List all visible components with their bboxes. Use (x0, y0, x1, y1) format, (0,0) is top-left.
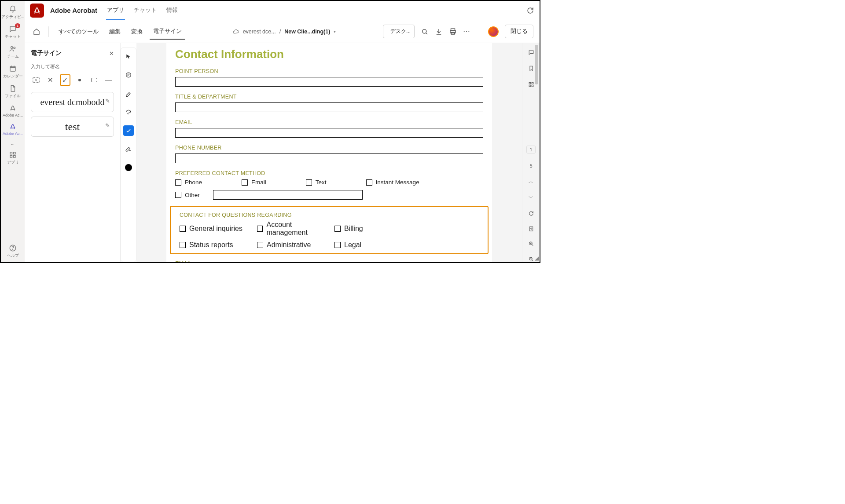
svg-rect-17 (529, 82, 531, 84)
tool-fillsign-icon[interactable] (123, 125, 134, 136)
checkbox-icon (306, 179, 312, 186)
rail-acrobat-2[interactable]: Adobe Ac... (1, 121, 25, 139)
checkbox-general[interactable]: General inquiries (180, 221, 254, 237)
breadcrumb-owner[interactable]: everest dce... (243, 29, 276, 35)
search-icon[interactable] (421, 28, 429, 36)
topbar: Adobe Acrobat アプリ チャット 情報 (25, 1, 540, 20)
zoom-out-icon[interactable] (528, 256, 535, 262)
rail-label: ファイル (5, 94, 21, 98)
thumbnails-icon[interactable] (527, 81, 535, 88)
rail-acrobat-1[interactable]: Adobe Ac... (1, 102, 25, 121)
tool-highlight-icon[interactable] (123, 88, 134, 99)
canvas-area: Contact Information POINT PERSON TITLE &… (136, 43, 540, 262)
rail-teams[interactable]: チーム (1, 43, 25, 63)
shape-textbox[interactable]: A (31, 74, 41, 86)
tool-color-icon[interactable] (123, 162, 134, 173)
rail-activity[interactable]: アクティビ... (1, 4, 25, 23)
rotate-icon[interactable] (528, 211, 535, 216)
checkbox-text[interactable]: Text (306, 179, 327, 186)
edit-icon[interactable]: ✎ (105, 122, 110, 129)
app-window: アクティビ... 1 チャット チーム カレンダー ファイル Adobe Ac.… (0, 0, 540, 263)
checkbox-icon (175, 192, 181, 198)
close-button[interactable]: 閉じる (505, 25, 533, 38)
checkbox-icon (334, 242, 341, 248)
field-phone[interactable] (175, 153, 483, 163)
page-total: 5 (529, 163, 532, 168)
shape-x[interactable]: ✕ (45, 74, 55, 86)
field-title-dept[interactable] (175, 102, 483, 112)
checkbox-im[interactable]: Instant Message (366, 179, 419, 186)
checkbox-icon (175, 179, 181, 186)
checkbox-icon (180, 226, 186, 232)
more-icon[interactable]: ⋯ (463, 27, 470, 36)
close-icon[interactable]: ✕ (109, 50, 114, 57)
page-fit-icon[interactable] (528, 226, 535, 232)
field-label: POINT PERSON (175, 68, 492, 74)
chevron-down-icon[interactable]: ▾ (334, 29, 336, 34)
svg-rect-18 (532, 82, 533, 84)
tab-chat[interactable]: チャット (133, 1, 158, 20)
rail-files[interactable]: ファイル (1, 83, 25, 102)
tool-all[interactable]: すべてのツール (55, 24, 102, 39)
chevron-up-icon[interactable]: ︿ (529, 178, 533, 185)
tool-select-icon[interactable] (123, 51, 134, 62)
field-point-person[interactable] (175, 77, 483, 87)
open-desktop-button[interactable]: デスク... (383, 25, 415, 38)
svg-rect-6 (14, 156, 16, 158)
separator (48, 26, 49, 37)
tool-convert[interactable]: 変換 (128, 24, 146, 39)
shape-line[interactable] (104, 74, 114, 86)
rail-help[interactable]: ヘルプ (1, 242, 25, 262)
checkbox-email[interactable]: Email (242, 179, 266, 186)
svg-rect-19 (529, 85, 531, 87)
field-other[interactable] (213, 190, 363, 200)
rail-calendar[interactable]: カレンダー (1, 63, 25, 83)
checkbox-other[interactable]: Other (175, 192, 200, 198)
bookmark-icon[interactable] (528, 65, 535, 71)
checkbox-billing[interactable]: Billing (334, 221, 387, 237)
field-email[interactable] (175, 128, 483, 138)
checkbox-phone[interactable]: Phone (175, 179, 202, 186)
tab-info[interactable]: 情報 (165, 1, 179, 20)
canvas-scroll[interactable]: Contact Information POINT PERSON TITLE &… (136, 43, 522, 262)
rail-label: チャット (5, 34, 21, 39)
calendar-icon (9, 65, 17, 73)
rail-label: アプリ (7, 160, 19, 164)
shape-check[interactable]: ✓ (60, 74, 70, 86)
shape-roundrect[interactable] (89, 74, 99, 86)
print-icon[interactable] (449, 28, 457, 36)
rail-label: カレンダー (3, 74, 23, 78)
avatar[interactable] (488, 26, 499, 37)
tool-esign[interactable]: 電子サイン (150, 24, 185, 40)
zoom-in-icon[interactable] (528, 241, 535, 247)
breadcrumb-current[interactable]: New Clie...ding(1) (284, 29, 330, 35)
checkbox-legal[interactable]: Legal (334, 241, 387, 249)
tool-comment-icon[interactable] (123, 70, 134, 80)
home-icon[interactable] (31, 26, 42, 37)
rail-chat[interactable]: 1 チャット (1, 23, 25, 43)
checkbox-account[interactable]: Account management (257, 221, 332, 237)
tool-lasso-icon[interactable] (123, 107, 134, 117)
tool-edit[interactable]: 編集 (106, 24, 124, 39)
signature-card-1[interactable]: everest dcmobodd ✎ (31, 92, 114, 112)
rail-more[interactable]: ... (1, 139, 25, 149)
rail-apps[interactable]: アプリ (1, 149, 25, 169)
resize-handle-icon[interactable]: ◢ (535, 255, 539, 261)
comment-panel-icon[interactable] (527, 49, 535, 55)
tab-apps[interactable]: アプリ (106, 1, 125, 20)
scrollbar-thumb[interactable] (535, 45, 538, 84)
svg-rect-20 (532, 85, 533, 87)
edit-icon[interactable]: ✎ (105, 98, 110, 104)
download-icon[interactable] (435, 28, 443, 36)
acrobat-icon (9, 104, 17, 112)
tool-draw-icon[interactable] (123, 144, 134, 154)
checkbox-admin[interactable]: Administrative (257, 241, 332, 249)
rail-label: Adobe Ac... (3, 131, 23, 136)
reload-icon[interactable] (526, 7, 534, 15)
rail-label: チーム (7, 54, 19, 58)
chevron-down-icon[interactable]: ﹀ (529, 194, 533, 201)
signature-card-2[interactable]: test ✎ (31, 117, 114, 137)
page-current[interactable]: 1 (526, 146, 535, 153)
shape-dot[interactable] (75, 74, 85, 86)
checkbox-status[interactable]: Status reports (180, 241, 254, 249)
